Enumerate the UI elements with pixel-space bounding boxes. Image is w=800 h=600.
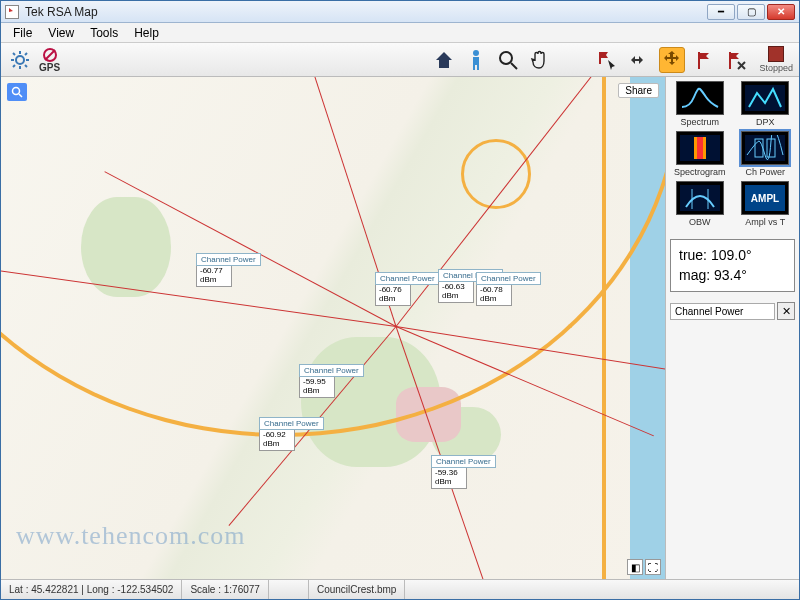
map-search-button[interactable]: [7, 83, 27, 101]
home-icon: [433, 49, 455, 71]
svg-rect-30: [680, 185, 720, 211]
marker-label: Channel Power: [375, 272, 440, 285]
svg-point-11: [473, 50, 479, 56]
svg-line-16: [511, 63, 517, 69]
measurement-obw[interactable]: OBW: [670, 181, 730, 227]
search-icon: [11, 86, 23, 98]
svg-point-15: [500, 52, 512, 64]
person-icon: [467, 49, 485, 71]
close-button[interactable]: ✕: [767, 4, 795, 20]
svg-line-22: [19, 94, 22, 97]
selected-measurement-field[interactable]: Channel Power: [670, 303, 775, 320]
marker-label: Channel Power: [196, 253, 261, 266]
bearing-readout: true: 109.0° mag: 93.4°: [670, 239, 795, 292]
measurement-marker[interactable]: Channel Power-60.77dBm: [196, 253, 261, 287]
home-button[interactable]: [431, 47, 457, 73]
measurement-marker[interactable]: Channel Power-60.78dBm: [476, 272, 541, 306]
marker-label: Channel Power: [431, 455, 496, 468]
flag-remove-icon: [726, 50, 746, 70]
measurement-marker[interactable]: Channel Power-59.95dBm: [299, 364, 364, 398]
svg-rect-12: [473, 57, 479, 65]
clear-measurement-button[interactable]: ✕: [777, 302, 795, 320]
svg-line-10: [45, 50, 55, 60]
add-flag-button[interactable]: [691, 47, 717, 73]
svg-rect-13: [473, 65, 475, 70]
measurement-icon: [676, 131, 724, 165]
marker-label: Channel Power: [476, 272, 541, 285]
measurement-icon: AMPL: [741, 181, 789, 215]
arrows-horizontal-icon: [629, 49, 651, 71]
marker-value: -60.77dBm: [196, 266, 232, 287]
gps-off-icon: [42, 47, 58, 63]
menubar: File View Tools Help: [1, 23, 799, 43]
measurement-marker[interactable]: Channel Power-59.36dBm: [431, 455, 496, 489]
svg-line-5: [13, 53, 15, 55]
svg-point-21: [13, 88, 20, 95]
measurement-icon: [676, 181, 724, 215]
map-share-button[interactable]: Share: [618, 83, 659, 98]
flag-icon: [695, 50, 713, 70]
measurement-spectrogram[interactable]: Spectrogram: [670, 131, 730, 177]
arrows-all-icon: [662, 50, 682, 70]
record-stopped-button[interactable]: Stopped: [759, 46, 793, 73]
menu-file[interactable]: File: [5, 26, 40, 40]
menu-view[interactable]: View: [40, 26, 82, 40]
marker-value: -59.95dBm: [299, 377, 335, 398]
measurement-ampl-vs-t[interactable]: AMPLAmpl vs T: [736, 181, 796, 227]
map-canvas[interactable]: Share Channel Power-60.77dBmChannel Powe…: [1, 77, 665, 579]
svg-rect-14: [477, 65, 479, 70]
move-all-button[interactable]: [659, 47, 685, 73]
side-panel: SpectrumDPXSpectrogramCh PowerOBWAMPLAmp…: [665, 77, 799, 579]
magnifier-icon: [497, 49, 519, 71]
hand-icon: [529, 49, 551, 71]
flag-cursor-button[interactable]: [595, 47, 621, 73]
marker-label: Channel Power: [259, 417, 324, 430]
stop-icon: [768, 46, 784, 62]
svg-point-0: [16, 56, 24, 64]
window-title: Tek RSA Map: [25, 5, 705, 19]
move-horizontal-button[interactable]: [627, 47, 653, 73]
marker-label: Channel Power: [299, 364, 364, 377]
measurement-icon: [741, 81, 789, 115]
measurement-marker[interactable]: Channel Power-60.92dBm: [259, 417, 324, 451]
gps-button[interactable]: GPS: [39, 47, 60, 73]
status-scale: Scale : 1:76077: [182, 580, 269, 599]
readout-mag: mag: 93.4°: [679, 266, 786, 286]
minimize-button[interactable]: ━: [707, 4, 735, 20]
measurement-spectrum[interactable]: Spectrum: [670, 81, 730, 127]
statusbar: Lat : 45.422821 | Long : -122.534502 Sca…: [1, 579, 799, 599]
streetview-button[interactable]: [463, 47, 489, 73]
map-layer-button[interactable]: ◧: [627, 559, 643, 575]
svg-rect-26: [697, 137, 703, 159]
map-footer-controls: ◧ ⛶: [627, 559, 661, 575]
map-expand-button[interactable]: ⛶: [645, 559, 661, 575]
measurement-icon: [741, 131, 789, 165]
watermark: www.tehencom.com: [16, 521, 245, 551]
measurement-dpx[interactable]: DPX: [736, 81, 796, 127]
marker-value: -60.92dBm: [259, 430, 295, 451]
app-icon: [5, 5, 19, 19]
svg-line-8: [13, 65, 15, 67]
remove-flag-button[interactable]: [723, 47, 749, 73]
svg-rect-23: [745, 85, 785, 111]
status-file: CouncilCrest.bmp: [309, 580, 405, 599]
menu-tools[interactable]: Tools: [82, 26, 126, 40]
marker-value: -60.76dBm: [375, 285, 411, 306]
svg-text:AMPL: AMPL: [751, 193, 779, 204]
zoom-button[interactable]: [495, 47, 521, 73]
settings-button[interactable]: [7, 47, 33, 73]
marker-value: -59.36dBm: [431, 468, 467, 489]
maximize-button[interactable]: ▢: [737, 4, 765, 20]
flag-cursor-icon: [597, 49, 619, 71]
readout-true: true: 109.0°: [679, 246, 786, 266]
status-coords: Lat : 45.422821 | Long : -122.534502: [1, 580, 182, 599]
measurement-icon: [676, 81, 724, 115]
measurement-marker[interactable]: Channel Power-60.76dBm: [375, 272, 440, 306]
pan-button[interactable]: [527, 47, 553, 73]
gear-icon: [10, 50, 30, 70]
svg-line-7: [25, 53, 27, 55]
svg-line-6: [25, 65, 27, 67]
menu-help[interactable]: Help: [126, 26, 167, 40]
measurement-ch-power[interactable]: Ch Power: [736, 131, 796, 177]
marker-value: -60.78dBm: [476, 285, 512, 306]
